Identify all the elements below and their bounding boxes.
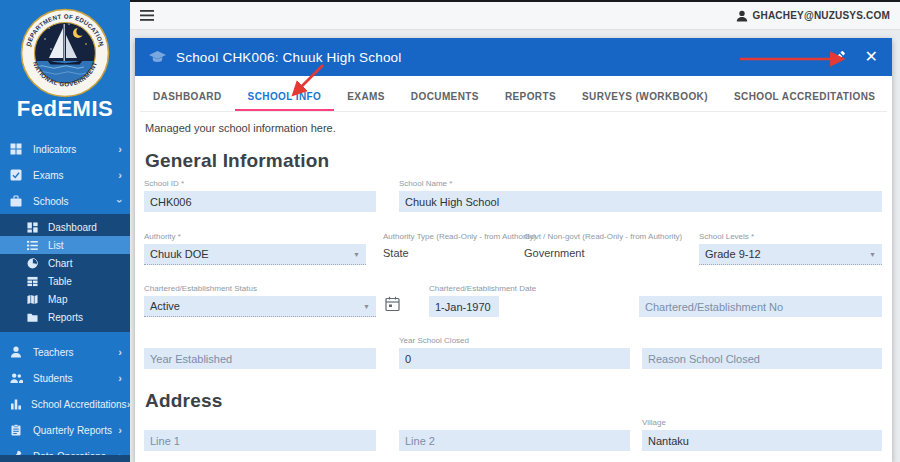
address-line1-input[interactable] xyxy=(144,430,376,451)
calendar-icon[interactable] xyxy=(385,296,400,316)
tab-description: Managed your school information here. xyxy=(145,122,336,134)
sidebar: DEPARTMENT OF EDUCATION NATIONAL GOVERNM… xyxy=(0,0,130,462)
sidebar-item-schools-map[interactable]: Map xyxy=(0,290,130,308)
user-avatar-icon xyxy=(736,10,748,22)
field-authority-type: Authority Type (Read-Only - from Authori… xyxy=(383,232,533,259)
sidebar-item-label: List xyxy=(48,240,64,251)
sidebar-item-exams[interactable]: Exams › xyxy=(0,162,130,188)
chevron-right-icon: › xyxy=(118,143,122,155)
map-icon xyxy=(27,294,40,305)
school-levels-select-value: Grade 9-12 xyxy=(705,248,761,260)
sidebar-nav: Indicators › Exams › Schools › Dashboard xyxy=(0,136,130,462)
section-heading-address: Address xyxy=(145,390,222,412)
chevron-down-icon: › xyxy=(114,199,126,203)
tab-exams[interactable]: EXAMS xyxy=(334,84,398,111)
sidebar-item-label: Exams xyxy=(33,170,118,181)
field-school-levels: School Levels * Grade 9-12 ▼ xyxy=(699,232,882,265)
sidebar-item-label: Students xyxy=(33,373,118,384)
close-icon[interactable]: ✕ xyxy=(865,49,878,65)
field-village: Village xyxy=(642,418,882,451)
chartered-status-select[interactable]: Active ▼ xyxy=(144,296,376,317)
field-label: Village xyxy=(642,418,882,426)
pie-chart-icon xyxy=(27,258,40,269)
schools-submenu: Dashboard List Chart Table xyxy=(0,214,130,332)
sidebar-item-label: Chart xyxy=(48,258,72,269)
field-label: School ID * xyxy=(144,179,376,187)
field-year-school-closed: Year School Closed xyxy=(399,336,630,369)
sidebar-item-label: Teachers xyxy=(33,347,118,358)
year-established-input[interactable] xyxy=(144,348,376,369)
chartered-status-select-value: Active xyxy=(150,300,180,312)
tab-reports[interactable]: REPORTS xyxy=(492,84,569,111)
field-authority: Authority * Chuuk DOE ▼ xyxy=(144,232,366,265)
chartered-date-input[interactable] xyxy=(429,296,499,317)
field-label: Authority * xyxy=(144,232,366,240)
tab-surveys-workbook[interactable]: SURVEYS (WORKBOOK) xyxy=(569,84,721,111)
table-icon xyxy=(27,276,40,287)
field-label: Govt / Non-govt (Read-Only - from Author… xyxy=(524,232,694,240)
briefcase-icon xyxy=(10,195,24,207)
sidebar-item-schools[interactable]: Schools › xyxy=(0,188,130,214)
field-label: School Levels * xyxy=(699,232,882,240)
tab-school-accreditations[interactable]: SCHOOL ACCREDITATIONS xyxy=(721,84,888,111)
people-icon xyxy=(10,372,24,384)
tab-documents[interactable]: DOCUMENTS xyxy=(398,84,492,111)
clipboard-icon xyxy=(10,424,24,436)
topbar: GHACHEY@NUZUSYS.COM xyxy=(130,2,900,30)
section-heading-general: General Information xyxy=(145,150,329,172)
school-id-input[interactable] xyxy=(144,191,376,212)
sidebar-item-schools-reports[interactable]: Reports xyxy=(0,308,130,326)
field-address-line2 xyxy=(399,430,630,451)
tab-bar: DASHBOARD SCHOOL INFO EXAMS DOCUMENTS RE… xyxy=(140,84,887,112)
address-line2-input[interactable] xyxy=(399,430,630,451)
chevron-right-icon: › xyxy=(118,346,122,358)
school-name-input[interactable] xyxy=(399,191,882,212)
field-year-established xyxy=(144,348,376,369)
village-input[interactable] xyxy=(642,430,882,451)
school-levels-select[interactable]: Grade 9-12 ▼ xyxy=(699,244,882,265)
modal-header: School CHK006: Chuuk High School ✕ xyxy=(135,38,892,76)
sidebar-item-teachers[interactable]: Teachers › xyxy=(0,339,130,365)
user-menu[interactable]: GHACHEY@NUZUSYS.COM xyxy=(736,10,890,22)
caret-down-icon: ▼ xyxy=(869,251,876,258)
modal-title: School CHK006: Chuuk High School xyxy=(176,50,832,65)
sidebar-item-label: Indicators xyxy=(33,144,118,155)
list-icon xyxy=(27,240,40,251)
bar-chart-icon xyxy=(10,398,22,410)
reason-school-closed-input[interactable] xyxy=(642,348,882,369)
sidebar-item-quarterly-reports[interactable]: Quarterly Reports › xyxy=(0,417,130,443)
sidebar-item-schools-chart[interactable]: Chart xyxy=(0,254,130,272)
field-label: Authority Type (Read-Only - from Authori… xyxy=(383,232,533,240)
hamburger-menu-icon[interactable] xyxy=(140,10,154,21)
field-label: Chartered/Establishment Date xyxy=(429,284,499,292)
field-school-name: School Name * xyxy=(399,179,882,212)
tab-dashboard[interactable]: DASHBOARD xyxy=(140,84,235,111)
sidebar-item-label: Schools xyxy=(33,196,118,207)
school-modal: School CHK006: Chuuk High School ✕ DASHB… xyxy=(135,38,892,462)
seal-logo-icon: DEPARTMENT OF EDUCATION NATIONAL GOVERNM… xyxy=(20,8,110,98)
user-email: GHACHEY@NUZUSYS.COM xyxy=(753,10,890,21)
chevron-right-icon: › xyxy=(118,372,122,384)
sidebar-item-label: Quarterly Reports xyxy=(33,425,118,436)
chartered-no-input[interactable] xyxy=(639,296,882,317)
field-label: Year School Closed xyxy=(399,336,630,344)
main-area: GHACHEY@NUZUSYS.COM School CHK006: Chuuk… xyxy=(130,0,900,462)
year-school-closed-input[interactable] xyxy=(399,348,630,369)
sidebar-item-label: Map xyxy=(48,294,67,305)
sidebar-item-schools-dashboard[interactable]: Dashboard xyxy=(0,218,130,236)
authority-select[interactable]: Chuuk DOE ▼ xyxy=(144,244,366,265)
field-label: Chartered/Establishment Status xyxy=(144,284,376,292)
field-chartered-date: Chartered/Establishment Date xyxy=(429,284,499,317)
dashboard-icon xyxy=(27,222,40,233)
graduation-cap-icon xyxy=(149,51,166,64)
sidebar-item-students[interactable]: Students › xyxy=(0,365,130,391)
sidebar-item-school-accreditations[interactable]: School Accreditations › xyxy=(0,391,130,417)
field-chartered-no xyxy=(639,296,882,317)
sidebar-item-schools-list[interactable]: List xyxy=(0,236,130,254)
field-address-line1 xyxy=(144,430,376,451)
grid-icon xyxy=(10,143,24,155)
edit-pencil-icon[interactable] xyxy=(832,51,845,64)
sidebar-item-indicators[interactable]: Indicators › xyxy=(0,136,130,162)
tab-school-info[interactable]: SCHOOL INFO xyxy=(235,84,335,111)
sidebar-item-schools-table[interactable]: Table xyxy=(0,272,130,290)
